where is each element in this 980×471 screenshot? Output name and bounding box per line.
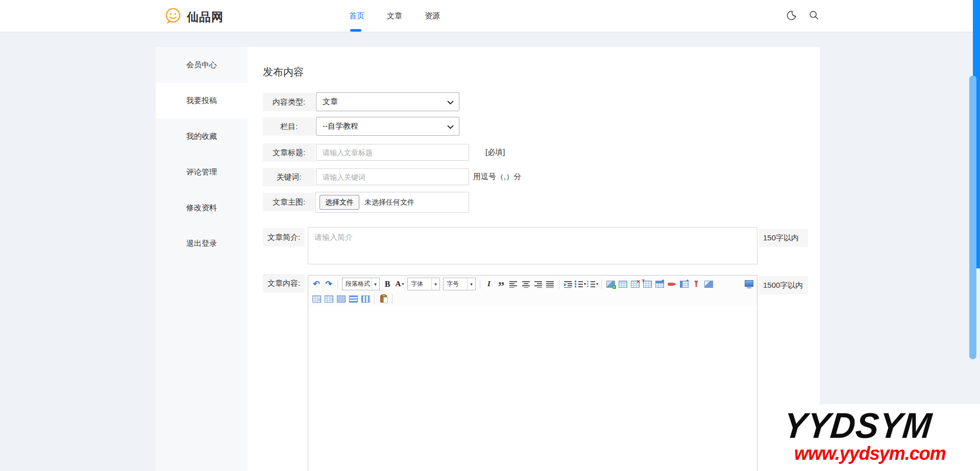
editor-content-area[interactable]: [308, 306, 757, 471]
article-title-label: 文章标题:: [263, 143, 315, 162]
main-image-label: 文章主图:: [263, 193, 315, 211]
toolbar-separator: [480, 280, 480, 289]
keywords-hint: 用逗号（,）分: [473, 172, 521, 182]
cell-props-button[interactable]: [703, 278, 714, 290]
toolbar-separator: [337, 280, 338, 289]
header-icons: [786, 10, 820, 21]
content-card: 会员中心 我要投稿 我的收藏 评论管理 修改资料 退出登录 发布内容 内容类型:…: [156, 47, 820, 471]
nav-item-articles[interactable]: 文章: [387, 11, 402, 21]
insert-table-button[interactable]: [617, 278, 628, 290]
chevron-down-icon: ▾: [467, 278, 475, 290]
nav-item-home[interactable]: 首页: [349, 11, 364, 21]
redo-icon[interactable]: ↷: [323, 278, 334, 290]
keywords-label: 关键词:: [263, 168, 315, 186]
italic-button[interactable]: I: [483, 278, 495, 290]
paste-button[interactable]: [378, 293, 389, 305]
align-right-button[interactable]: [532, 278, 544, 290]
undo-icon[interactable]: ↶: [311, 278, 322, 290]
content-type-label: 内容类型:: [263, 93, 315, 111]
chevron-down-icon: ▾: [431, 278, 439, 290]
fontname-select[interactable]: 字体▾: [407, 278, 440, 290]
insert-col-button[interactable]: [678, 278, 690, 290]
editor-toolbar-row2: [310, 291, 755, 306]
fullscreen-button[interactable]: [743, 278, 754, 290]
watermark-title: YYDSYM: [782, 405, 972, 446]
delete-col-button[interactable]: [691, 278, 702, 290]
paragraph-format-select[interactable]: 段落格式▾: [342, 278, 380, 290]
insert-col-right-button[interactable]: [311, 293, 322, 305]
insert-row-above-button[interactable]: [654, 278, 665, 290]
fontsize-select[interactable]: 字号▾: [443, 278, 476, 290]
toolbar-separator: [374, 294, 375, 304]
split-rows-button[interactable]: [348, 293, 359, 305]
delete-table-button[interactable]: [629, 278, 641, 290]
insert-image-button[interactable]: [605, 278, 616, 290]
content-label: 文章内容:: [263, 274, 305, 292]
smiley-logo-icon: [163, 6, 183, 28]
logo-text: 仙品网: [187, 9, 224, 25]
summary-textarea[interactable]: [308, 227, 757, 264]
delete-row-button[interactable]: [666, 278, 677, 290]
header: 仙品网 首页 文章 资源: [0, 0, 980, 32]
ordered-list-button[interactable]: ▾: [575, 278, 586, 290]
category-select[interactable]: --自学教程: [316, 117, 459, 136]
file-status-text: 未选择任何文件: [364, 198, 414, 207]
toolbar-separator: [601, 280, 602, 289]
indent-button[interactable]: [562, 278, 574, 290]
chevron-down-icon: [447, 97, 454, 107]
sidebar: 会员中心 我要投稿 我的收藏 评论管理 修改资料 退出登录: [156, 47, 248, 471]
scrollbar-thumb[interactable]: [969, 76, 976, 359]
sidebar-item-member-center[interactable]: 会员中心: [156, 47, 248, 83]
editor-toolbar: ↶↷段落格式▾BA▾字体▾字号▾I”▾▾: [308, 275, 757, 308]
unordered-list-button[interactable]: ▾: [587, 278, 598, 290]
sidebar-item-logout[interactable]: 退出登录: [156, 226, 248, 261]
insert-row-below-button[interactable]: [323, 293, 334, 305]
sidebar-item-submit-post[interactable]: 我要投稿: [156, 83, 248, 118]
main-image-file-input: 选择文件 未选择任何文件: [315, 192, 469, 213]
logo[interactable]: 仙品网: [163, 6, 224, 28]
page: 仙品网 首页 文章 资源: [0, 0, 980, 471]
sidebar-item-comment-manage[interactable]: 评论管理: [156, 154, 248, 190]
content-type-select[interactable]: 文章: [316, 92, 459, 111]
search-icon[interactable]: [808, 10, 820, 21]
chevron-down-icon: [447, 122, 454, 131]
page-title: 发布内容: [263, 65, 304, 79]
toolbar-separator: [559, 280, 559, 289]
choose-file-button[interactable]: 选择文件: [320, 195, 359, 210]
blockquote-button[interactable]: ”: [496, 278, 507, 290]
theme-moon-icon[interactable]: [786, 10, 797, 21]
required-hint: [必填]: [485, 147, 505, 157]
keywords-input[interactable]: [316, 168, 469, 185]
content-limit-hint: 1500字以内: [759, 276, 808, 294]
editor-toolbar-row1: ↶↷段落格式▾BA▾字体▾字号▾I”▾▾: [310, 277, 755, 291]
summary-limit-hint: 150字以内: [759, 229, 808, 247]
chevron-down-icon: ▾: [371, 278, 379, 290]
summary-label: 文章简介:: [263, 228, 305, 246]
align-left-button[interactable]: [508, 278, 519, 290]
align-center-button[interactable]: [520, 278, 531, 290]
article-title-input[interactable]: [316, 144, 469, 161]
category-label: 栏目:: [263, 117, 315, 136]
main-nav: 首页 文章 资源: [349, 0, 440, 32]
sidebar-item-edit-profile[interactable]: 修改资料: [156, 190, 248, 226]
sidebar-item-favorites[interactable]: 我的收藏: [156, 118, 248, 154]
watermark-url: www.yydsym.com: [794, 443, 946, 464]
split-cols-button[interactable]: [360, 293, 371, 305]
active-nav-underline: [350, 29, 361, 32]
forecolor-button[interactable]: A▾: [394, 278, 405, 290]
nav-item-resources[interactable]: 资源: [425, 11, 440, 21]
merge-cells-button[interactable]: [335, 293, 347, 305]
toolbar-separator: [392, 294, 393, 304]
table-props-button[interactable]: [642, 278, 653, 290]
align-justify-button[interactable]: [545, 278, 556, 290]
bold-button[interactable]: B: [382, 278, 393, 290]
